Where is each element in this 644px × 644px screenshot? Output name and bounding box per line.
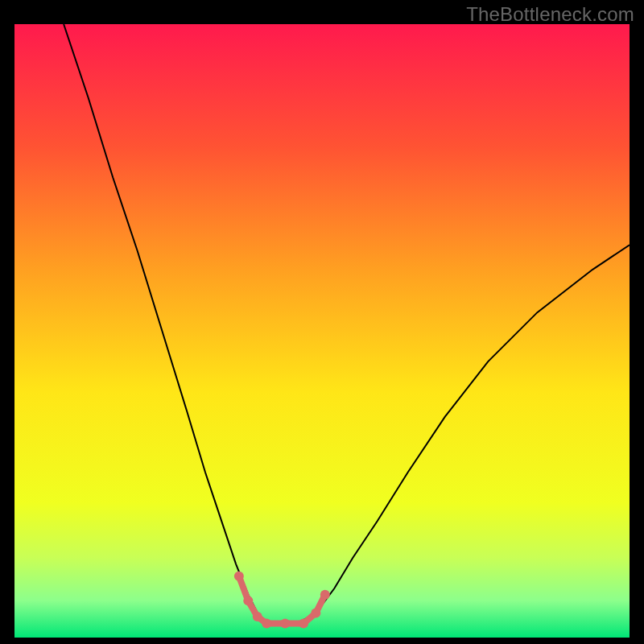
optimal-zone-marker — [299, 618, 308, 628]
optimal-zone-marker — [311, 609, 320, 618]
bottleneck-chart — [14, 24, 630, 638]
optimal-zone-marker — [262, 618, 271, 628]
optimal-zone-marker — [280, 618, 290, 628]
optimal-zone-marker — [320, 590, 330, 600]
optimal-zone-marker — [243, 596, 253, 605]
chart-frame: TheBottleneck.com — [0, 0, 644, 644]
optimal-zone-marker — [253, 612, 262, 621]
watermark-text: TheBottleneck.com — [466, 3, 634, 26]
chart-background — [14, 24, 630, 638]
optimal-zone-marker — [234, 572, 244, 581]
